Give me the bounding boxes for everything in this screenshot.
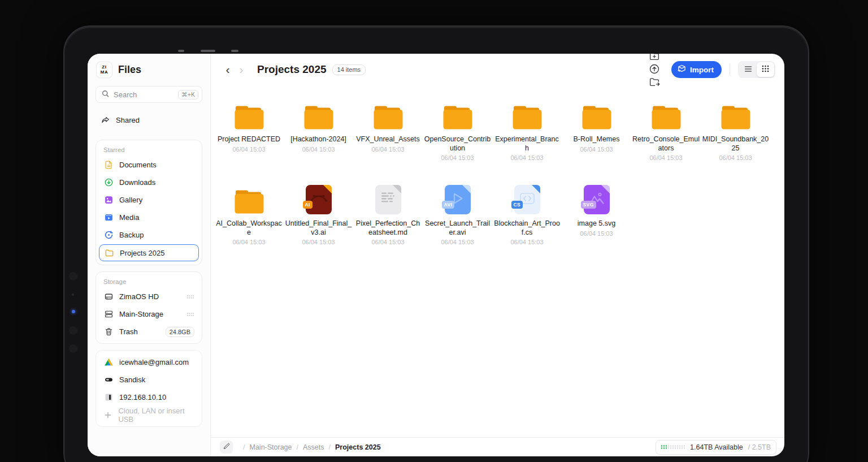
breadcrumb-separator: / <box>329 443 331 451</box>
back-button[interactable]: ‹ <box>221 62 235 77</box>
usb-drive-icon <box>103 375 114 385</box>
google-drive-icon <box>103 357 114 367</box>
file-name: [Hackathon-2024] <box>290 135 346 144</box>
edit-path-button[interactable] <box>220 441 233 454</box>
status-bar: /Main-Storage/Assets/Projects 2025 1.64T… <box>211 437 784 456</box>
breadcrumb-item-main-storage[interactable]: Main-Storage <box>249 443 292 451</box>
folder-tile[interactable]: Project REDACTED06/04 15:03 <box>215 101 284 185</box>
storage-capacity-badge: 1.64TB Available / 2.5TB <box>656 440 776 455</box>
file-extension-badge: AVI <box>442 201 455 209</box>
sidebar-item-label: Trash <box>119 327 138 336</box>
folder-icon <box>651 101 682 130</box>
main-panel: ‹ › Projects 2025 14 items Import Projec… <box>211 54 784 456</box>
sidebar-item-projects-2025[interactable]: Projects 2025 <box>99 244 199 261</box>
file-name: OpenSource_Contribution <box>424 135 491 153</box>
sidebar-account-cloud-lan-or-insert-usb[interactable]: Cloud, LAN or insert USB <box>99 406 199 424</box>
search-input[interactable]: Search ⌘+K <box>96 86 202 103</box>
sidebar-item-label: icewhale@gmail.com <box>119 358 189 366</box>
storage-group: Storage ZimaOS HDMain-StorageTrash24.8GB <box>96 271 202 344</box>
search-placeholder: Search <box>114 90 137 99</box>
upload-button[interactable] <box>649 63 660 76</box>
file-date: 06/04 15:03 <box>232 239 265 245</box>
file-name: Retro_Console_Emulators <box>632 135 700 153</box>
folder-tile[interactable]: OpenSource_Contribution06/04 15:03 <box>423 101 492 185</box>
file-tile[interactable]: CSBlockchain_Art_Proof.cs06/04 15:03 <box>493 185 562 269</box>
capacity-available-label: 1.64TB Available <box>690 443 743 451</box>
toolbar-divider <box>730 63 730 76</box>
folder-tile[interactable]: VFX_Unreal_Assets06/04 15:03 <box>354 101 423 185</box>
folder-tile[interactable]: MIDI_Soundbank_202506/04 15:03 <box>701 101 770 185</box>
folder-tile[interactable]: [Hackathon-2024]06/04 15:03 <box>284 101 353 185</box>
device-volume-button <box>201 50 215 52</box>
sidebar-item-downloads[interactable]: Downloads <box>99 174 199 191</box>
sidebar-item-label: ZimaOS HD <box>119 292 159 301</box>
sidebar-item-label: Main-Storage <box>119 310 163 318</box>
sidebar-account-192-168-10-10[interactable]: 192.168.10.10 <box>99 388 199 406</box>
sidebar-item-label: Cloud, LAN or insert USB <box>118 407 194 424</box>
sidebar-item-shared[interactable]: Shared <box>96 111 202 129</box>
folder-outline-icon <box>104 248 114 258</box>
file-name: Untitled_Final_Final_v3.ai <box>285 219 352 237</box>
sidebar-account-sandisk[interactable]: Sandisk <box>99 371 199 388</box>
device-camera <box>69 326 77 335</box>
sidebar-item-documents[interactable]: Documents <box>99 156 199 174</box>
file-tile[interactable]: SVGimage 5.svg06/04 15:03 <box>562 185 631 269</box>
breadcrumb-separator: / <box>297 443 298 451</box>
folder-tile[interactable]: Retro_Console_Emulators06/04 15:03 <box>632 101 701 185</box>
sidebar-item-main-storage[interactable]: Main-Storage <box>99 305 199 323</box>
plus-icon <box>103 411 112 420</box>
import-button[interactable]: Import <box>671 61 722 78</box>
sidebar-item-trash[interactable]: Trash24.8GB <box>99 323 199 340</box>
documents-icon <box>103 160 114 170</box>
app-header: ZIMA Files <box>96 61 202 86</box>
media-icon <box>103 213 114 222</box>
file-type-icon-cs: CS <box>514 185 540 214</box>
file-date: 06/04 15:03 <box>371 239 404 245</box>
file-extension-badge: SVG <box>581 201 596 209</box>
file-type-icon-svg: SVG <box>584 185 610 214</box>
file-date: 06/04 15:03 <box>580 230 613 237</box>
breadcrumb-item-projects-2025[interactable]: Projects 2025 <box>335 443 381 451</box>
breadcrumb-item-assets[interactable]: Assets <box>303 443 324 451</box>
trash-size-badge: 24.8GB <box>166 327 194 337</box>
file-date: 06/04 15:03 <box>371 146 404 153</box>
file-name: AI_Collab_Workspace <box>215 219 283 237</box>
share-arrow-icon <box>100 115 110 125</box>
file-tile[interactable]: AIUntitled_Final_Final_v3.ai06/04 15:03 <box>284 185 353 269</box>
sidebar-item-backup[interactable]: Backup <box>99 226 199 244</box>
dots-grid-icon <box>186 295 194 299</box>
device-sensor <box>72 293 74 296</box>
file-date: 06/04 15:03 <box>649 154 682 161</box>
sidebar-item-gallery[interactable]: Gallery <box>99 191 199 209</box>
file-tile[interactable]: AVISecret_Launch_Trailer.avi06/04 15:03 <box>423 185 492 269</box>
sidebar-item-label: Documents <box>119 161 157 169</box>
folder-tile[interactable]: AI_Collab_Workspace06/04 15:03 <box>215 185 284 269</box>
page-title: Projects 2025 <box>257 63 327 76</box>
folder-tile[interactable]: Experimental_Branch06/04 15:03 <box>493 101 562 185</box>
list-view-button[interactable] <box>739 62 757 77</box>
device-camera <box>69 272 77 280</box>
file-date: 06/04 15:03 <box>232 146 265 153</box>
sidebar-item-zimaos-hd[interactable]: ZimaOS HD <box>99 288 199 305</box>
downloads-icon <box>103 178 114 187</box>
sidebar-item-label: Sandisk <box>119 375 145 384</box>
grid-view-button[interactable] <box>757 62 774 77</box>
sidebar-account-icewhale-gmail-com[interactable]: icewhale@gmail.com <box>99 353 199 371</box>
breadcrumb-separator: / <box>243 443 245 451</box>
folder-icon <box>234 185 264 214</box>
sidebar-item-media[interactable]: Media <box>99 209 199 226</box>
folder-tile[interactable]: B-Roll_Memes06/04 15:03 <box>562 101 631 185</box>
new-folder-button[interactable] <box>649 54 660 63</box>
folder-icon <box>512 101 542 130</box>
file-tile[interactable]: Pixel_Perfection_Cheatsheet.md06/04 15:0… <box>354 185 423 269</box>
capacity-total-label: / 2.5TB <box>748 443 771 451</box>
folder-icon <box>373 101 403 130</box>
view-mode-toggle <box>738 61 775 78</box>
file-name: MIDI_Soundbank_2025 <box>702 135 769 153</box>
sidebar-item-label: 192.168.10.10 <box>119 393 166 401</box>
forward-button[interactable]: › <box>235 62 248 77</box>
file-name: Blockchain_Art_Proof.cs <box>493 219 561 237</box>
folder-icon <box>721 101 751 130</box>
folder-icon <box>234 101 264 130</box>
accounts-group: icewhale@gmail.comSandisk192.168.10.10Cl… <box>96 350 202 427</box>
